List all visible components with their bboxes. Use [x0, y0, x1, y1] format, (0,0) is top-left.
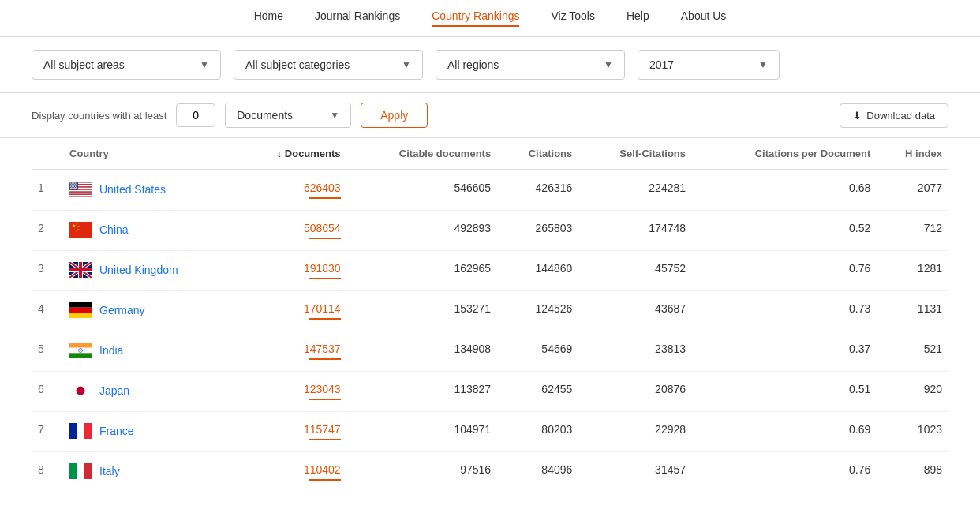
data-table-container: Country ↓ Documents Citable documents Ci… [0, 138, 980, 492]
nav-journal-rankings[interactable]: Journal Rankings [315, 9, 400, 27]
country-link[interactable]: United Kingdom [99, 264, 178, 276]
table-row: 1 ★★★★★ ★★★★ ★★★★★ ★★★★ ★★★★★ United Sta… [32, 170, 948, 211]
self-citations-cell: 22928 [578, 412, 692, 452]
svg-rect-53 [84, 463, 92, 479]
citations-per-doc-cell: 0.69 [692, 412, 877, 452]
country-cell: France [63, 412, 237, 452]
documents-cell: 508654 [237, 211, 347, 251]
self-citations-cell: 45752 [578, 251, 692, 291]
country-link[interactable]: France [99, 425, 134, 437]
rank-cell: 2 [32, 211, 63, 251]
rank-cell: 7 [32, 412, 63, 452]
col-header-citations-per-doc: Citations per Document [692, 138, 877, 170]
country-flag: ★★★★★ ★★★★ ★★★★★ ★★★★ ★★★★★ [69, 182, 92, 197]
subject-areas-chevron: ▼ [200, 59, 209, 70]
rank-cell: 1 [32, 170, 63, 211]
year-chevron: ▼ [758, 59, 768, 70]
country-cell: Japan [63, 372, 237, 412]
country-link[interactable]: Germany [99, 304, 145, 316]
svg-rect-48 [69, 423, 77, 439]
nav-home[interactable]: Home [254, 9, 283, 27]
download-icon: ⬇ [853, 110, 862, 122]
svg-rect-49 [77, 423, 84, 439]
country-flag [69, 463, 92, 479]
h-index-cell: 2077 [877, 170, 948, 211]
year-dropdown[interactable]: 2017 ▼ [638, 50, 780, 80]
nav-country-rankings[interactable]: Country Rankings [432, 9, 519, 27]
rank-cell: 3 [32, 251, 63, 291]
documents-cell: 115747 [237, 412, 347, 452]
col-header-rank [32, 138, 63, 170]
svg-rect-39 [69, 308, 92, 313]
h-index-cell: 1023 [877, 412, 948, 452]
country-flag [69, 423, 92, 439]
metric-dropdown[interactable]: Documents ▼ [225, 103, 351, 128]
country-cell: Italy [63, 452, 237, 492]
year-label: 2017 [649, 58, 674, 71]
country-link[interactable]: Japan [99, 384, 129, 397]
self-citations-cell: 20876 [578, 372, 692, 412]
citable-cell: 153271 [347, 291, 498, 331]
nav-viz-tools[interactable]: Viz Tools [551, 9, 595, 27]
country-link[interactable]: India [99, 344, 123, 357]
subject-areas-label: All subject areas [43, 58, 125, 71]
citations-per-doc-cell: 0.76 [692, 251, 877, 291]
h-index-cell: 712 [877, 211, 948, 251]
svg-text:★: ★ [76, 230, 78, 233]
country-flag [69, 383, 92, 399]
subject-categories-dropdown[interactable]: All subject categories ▼ [234, 50, 423, 80]
filter-bar: All subject areas ▼ All subject categori… [0, 37, 980, 93]
table-row: 2 ★ ★ ★ ★ ★ China 508654 492893 265803 1… [32, 211, 948, 251]
self-citations-cell: 31457 [578, 452, 692, 492]
svg-rect-41 [69, 343, 92, 348]
citations-cell: 265803 [497, 211, 578, 251]
documents-cell: 170114 [237, 291, 347, 331]
citations-per-doc-cell: 0.68 [692, 170, 877, 211]
col-header-citations: Citations [497, 138, 578, 170]
self-citations-cell: 23813 [578, 331, 692, 372]
col-header-documents[interactable]: ↓ Documents [237, 138, 347, 170]
country-flag: ★ ★ ★ ★ ★ [69, 222, 92, 238]
country-link[interactable]: Italy [99, 465, 120, 477]
documents-cell: 147537 [237, 331, 347, 372]
controls-bar: Display countries with at least Document… [0, 93, 980, 138]
country-rankings-table: Country ↓ Documents Citable documents Ci… [32, 138, 948, 492]
citations-cell: 426316 [497, 170, 578, 211]
rank-cell: 8 [32, 452, 63, 492]
citations-cell: 80203 [497, 412, 578, 452]
min-value-input[interactable] [176, 103, 215, 127]
country-link[interactable]: United States [99, 183, 166, 196]
table-row: 8 Italy 110402 97516 84096 31457 0.76 89… [32, 452, 948, 492]
table-row: 6 Japan 123043 113827 62455 20876 0.51 9… [32, 372, 948, 412]
h-index-cell: 521 [877, 331, 948, 372]
country-cell: Germany [63, 291, 237, 331]
regions-dropdown[interactable]: All regions ▼ [436, 50, 625, 80]
citations-per-doc-cell: 0.52 [692, 211, 877, 251]
country-cell: India [63, 331, 237, 372]
regions-chevron: ▼ [604, 59, 613, 70]
subject-areas-dropdown[interactable]: All subject areas ▼ [32, 50, 221, 80]
country-flag [69, 262, 92, 278]
citations-cell: 84096 [497, 452, 578, 492]
citations-per-doc-cell: 0.76 [692, 452, 877, 492]
h-index-cell: 1281 [877, 251, 948, 291]
country-flag [69, 302, 92, 318]
apply-button[interactable]: Apply [361, 103, 428, 128]
svg-rect-52 [77, 463, 84, 479]
svg-point-45 [80, 350, 80, 350]
country-link[interactable]: China [99, 223, 129, 236]
subject-categories-label: All subject categories [245, 58, 350, 71]
documents-cell: 123043 [237, 372, 347, 412]
self-citations-cell: 224281 [578, 170, 692, 211]
svg-rect-43 [69, 353, 92, 358]
nav-help[interactable]: Help [627, 9, 649, 27]
citations-cell: 144860 [497, 251, 578, 291]
documents-cell: 191830 [237, 251, 347, 291]
svg-point-47 [77, 387, 85, 395]
citations-per-doc-cell: 0.37 [692, 331, 877, 372]
nav-about[interactable]: About Us [681, 9, 727, 27]
citable-cell: 546605 [347, 170, 498, 211]
svg-rect-38 [69, 302, 92, 308]
metric-chevron: ▼ [330, 110, 339, 121]
download-button[interactable]: ⬇ Download data [840, 103, 948, 128]
